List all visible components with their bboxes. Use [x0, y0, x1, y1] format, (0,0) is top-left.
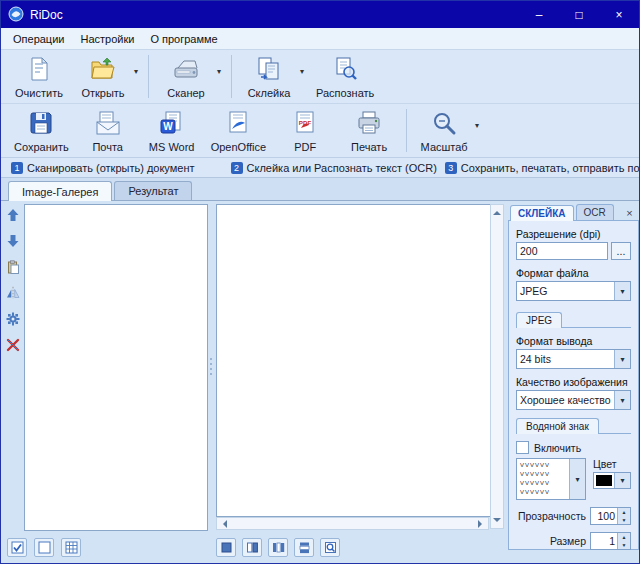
watermark-pattern-preview: VVVVVV VVVVVV VVVVVV VVVVVV: [517, 459, 569, 499]
chevron-down-icon[interactable]: [614, 391, 630, 409]
spin-down-icon[interactable]: [618, 541, 630, 549]
minimize-button[interactable]: –: [519, 1, 559, 28]
open-button[interactable]: Открыть: [71, 52, 135, 101]
size-spinner[interactable]: 1: [590, 532, 631, 550]
transparency-spinner[interactable]: 100: [590, 507, 631, 525]
size-value[interactable]: 1: [591, 533, 617, 549]
chevron-down-icon[interactable]: [614, 350, 630, 368]
print-button[interactable]: Печать: [337, 106, 401, 155]
quality-label: Качество изображения: [516, 376, 631, 388]
left-tool-strip: [3, 207, 23, 352]
view-continuous-button[interactable]: [294, 538, 314, 557]
view-two-pages-button[interactable]: [242, 538, 262, 557]
horizontal-scrollbar[interactable]: [216, 517, 489, 530]
zoom-label: Масштаб: [421, 141, 468, 153]
save-label: Сохранить: [14, 141, 69, 153]
transparency-value[interactable]: 100: [591, 508, 617, 524]
spin-up-icon[interactable]: [618, 533, 630, 541]
watermark-pattern-select[interactable]: VVVVVV VVVVVV VVVVVV VVVVVV: [516, 458, 586, 500]
color-select[interactable]: [593, 472, 631, 489]
clear-selection-button[interactable]: [34, 538, 54, 557]
settings-button[interactable]: [6, 311, 21, 326]
jpeg-section-tab[interactable]: JPEG: [516, 312, 562, 328]
spin-up-icon[interactable]: [618, 508, 630, 516]
print-label: Печать: [351, 141, 387, 153]
move-up-button[interactable]: [6, 207, 21, 222]
panel-close-icon[interactable]: ×: [622, 205, 637, 220]
paste-button[interactable]: [6, 259, 21, 274]
color-swatch: [596, 475, 612, 486]
thumbnail-grid-button[interactable]: [61, 538, 81, 557]
view-single-button[interactable]: [216, 538, 236, 557]
image-gallery-panel[interactable]: [24, 204, 208, 531]
scroll-right-icon[interactable]: [478, 520, 486, 528]
chevron-down-icon[interactable]: [614, 282, 630, 300]
menu-about[interactable]: О программе: [142, 30, 225, 48]
merge-dropdown-icon[interactable]: [297, 64, 307, 76]
resolution-browse-button[interactable]: ...: [611, 242, 631, 260]
watermark-section-tab[interactable]: Водяной знак: [516, 418, 599, 434]
spinner-arrows[interactable]: [617, 508, 630, 524]
title-bar: RiDoc – □ ×: [1, 1, 639, 28]
panel-splitter[interactable]: [207, 204, 215, 529]
recognize-button[interactable]: Распознать: [309, 52, 381, 101]
scanner-button[interactable]: Сканер: [154, 52, 218, 101]
tab-merge-settings[interactable]: СКЛЕЙКА: [510, 205, 574, 221]
msword-button[interactable]: W MS Word: [140, 106, 204, 155]
output-format-select[interactable]: 24 bits: [516, 349, 631, 369]
main-area: СКЛЕЙКА OCR × Разрешение (dpi) 200 ... Ф…: [1, 201, 639, 563]
chevron-down-icon[interactable]: [569, 459, 585, 499]
quality-select[interactable]: Хорошее качество: [516, 390, 631, 410]
openoffice-button[interactable]: OpenOffice: [204, 106, 273, 155]
tab-ocr-settings[interactable]: OCR: [576, 204, 614, 220]
zoom-page-icon: [324, 541, 337, 554]
open-dropdown-icon[interactable]: [131, 64, 141, 76]
jpeg-section-header: JPEG: [516, 311, 631, 328]
merge-button[interactable]: Склейка: [237, 52, 301, 101]
step-1-text: Сканировать (открыть) документ: [27, 162, 195, 174]
close-button[interactable]: ×: [599, 1, 639, 28]
scroll-left-icon[interactable]: [219, 520, 227, 528]
tab-image-gallery[interactable]: Image-Галерея: [8, 181, 112, 201]
move-down-button[interactable]: [6, 233, 21, 248]
vertical-scrollbar[interactable]: [490, 204, 504, 529]
hint-step-2: 2 Склейка или Распознать текст (OCR): [231, 162, 437, 174]
hint-step-3: 3 Сохранить, печатать, отправить по почт…: [445, 162, 639, 174]
save-button[interactable]: Сохранить: [7, 106, 76, 155]
color-label: Цвет: [593, 458, 631, 470]
two-columns-icon: [246, 541, 259, 554]
three-columns-icon: [272, 541, 285, 554]
watermark-section-header: Водяной знак: [516, 417, 631, 434]
openoffice-icon: [225, 110, 251, 138]
clear-button[interactable]: Очистить: [7, 52, 71, 101]
print-icon: [356, 110, 382, 138]
pdf-button[interactable]: PDF PDF: [273, 106, 337, 155]
mail-button[interactable]: Почта: [76, 106, 140, 155]
menu-settings[interactable]: Настройки: [72, 30, 142, 48]
menu-operations[interactable]: Операции: [5, 30, 72, 48]
select-all-button[interactable]: [7, 538, 27, 557]
maximize-button[interactable]: □: [559, 1, 599, 28]
delete-button[interactable]: [6, 337, 21, 352]
resolution-row: 200 ...: [516, 242, 631, 260]
resolution-input[interactable]: 200: [516, 242, 608, 260]
zoom-button[interactable]: Масштаб: [412, 106, 476, 155]
scroll-down-icon[interactable]: [493, 518, 501, 526]
scroll-up-icon[interactable]: [493, 207, 501, 215]
enable-checkbox[interactable]: [516, 441, 529, 454]
preview-panel[interactable]: [216, 204, 491, 517]
spin-down-icon[interactable]: [618, 516, 630, 524]
main-toolbar: Очистить Открыть Сканер Склейка: [1, 50, 639, 104]
rows-icon: [298, 541, 311, 554]
recognize-label: Распознать: [316, 87, 374, 99]
merge-label: Склейка: [248, 87, 291, 99]
tab-result[interactable]: Результат: [114, 181, 192, 200]
view-zoom-button[interactable]: [320, 538, 340, 557]
spinner-arrows[interactable]: [617, 533, 630, 549]
scanner-dropdown-icon[interactable]: [214, 64, 224, 76]
chevron-down-icon[interactable]: [614, 473, 630, 488]
zoom-dropdown-icon[interactable]: [472, 118, 482, 130]
view-three-pages-button[interactable]: [268, 538, 288, 557]
flip-button[interactable]: [6, 285, 21, 300]
file-format-select[interactable]: JPEG: [516, 281, 631, 301]
